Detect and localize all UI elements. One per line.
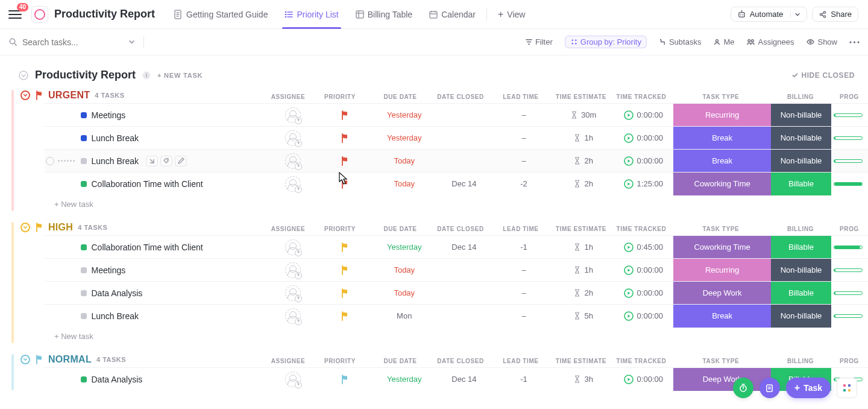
- notepad-button[interactable]: [760, 378, 780, 398]
- time-estimate-cell[interactable]: 2h: [554, 282, 614, 305]
- assignees-button[interactable]: Assignees: [746, 37, 794, 46]
- column-header[interactable]: LEAD TIME: [491, 355, 551, 367]
- time-estimate-cell[interactable]: 3h: [554, 368, 614, 391]
- progress-cell[interactable]: [831, 236, 868, 259]
- assignee-add-button[interactable]: +: [285, 308, 301, 324]
- collapse-all-icon[interactable]: [18, 70, 29, 81]
- priority-cell[interactable]: [315, 104, 374, 127]
- time-estimate-cell[interactable]: 2h: [554, 173, 614, 195]
- date-closed-cell[interactable]: Dec 14: [434, 173, 494, 195]
- due-date-cell[interactable]: Yesterday: [374, 236, 434, 259]
- group-collapse-button[interactable]: [20, 223, 30, 232]
- column-header[interactable]: TASK TYPE: [671, 355, 770, 367]
- status-dot[interactable]: [81, 313, 87, 319]
- progress-cell[interactable]: [831, 173, 868, 195]
- progress-cell[interactable]: [831, 282, 868, 305]
- open-subtask-icon[interactable]: [146, 156, 158, 166]
- lead-time-cell[interactable]: –: [494, 305, 553, 328]
- time-tracked-cell[interactable]: 0:00:00: [614, 282, 673, 305]
- time-estimate-cell[interactable]: 1h: [554, 127, 614, 150]
- task-type-cell[interactable]: Recurring: [673, 259, 772, 282]
- lead-time-cell[interactable]: –: [494, 259, 553, 282]
- task-type-cell[interactable]: Break: [673, 305, 772, 328]
- main-scroll-area[interactable]: Productivity Report i + NEW TASK HIDE CL…: [0, 55, 868, 409]
- billing-cell[interactable]: Billable: [771, 236, 831, 259]
- column-header[interactable]: TIME TRACKED: [611, 91, 671, 103]
- tab-priority-list[interactable]: Priority List: [276, 0, 347, 29]
- date-closed-cell[interactable]: [434, 282, 494, 305]
- time-tracked-cell[interactable]: 0:00:00: [614, 259, 673, 282]
- automate-button[interactable]: Automate: [731, 7, 808, 22]
- share-button[interactable]: Share: [812, 7, 858, 22]
- column-header[interactable]: PROG: [831, 223, 868, 235]
- column-header[interactable]: ASSIGNEE: [266, 355, 310, 367]
- task-row[interactable]: Data Analysis + Today – 2h 0:00:00 Deep …: [45, 281, 868, 304]
- task-name[interactable]: Lunch Break: [92, 133, 139, 143]
- date-closed-cell[interactable]: [434, 104, 494, 127]
- tab-getting-started[interactable]: Getting Started Guide: [166, 0, 276, 29]
- due-date-cell[interactable]: Yesterday: [374, 127, 434, 150]
- menu-button[interactable]: 40: [6, 5, 24, 24]
- hide-closed-button[interactable]: HIDE CLOSED: [791, 71, 855, 80]
- date-closed-cell[interactable]: [434, 150, 494, 173]
- column-header[interactable]: ASSIGNEE: [266, 91, 310, 103]
- column-header[interactable]: BILLING: [770, 91, 831, 103]
- billing-cell[interactable]: Billable: [771, 173, 831, 195]
- priority-cell[interactable]: [315, 282, 374, 305]
- time-estimate-cell[interactable]: 30m: [554, 104, 614, 127]
- lead-time-cell[interactable]: –: [494, 104, 553, 127]
- status-dot[interactable]: [81, 267, 87, 273]
- time-estimate-cell[interactable]: 2h: [554, 150, 614, 173]
- apps-button[interactable]: [837, 378, 857, 398]
- column-header[interactable]: PRIORITY: [310, 91, 370, 103]
- task-name[interactable]: Collaboration Time with Client: [92, 243, 203, 252]
- priority-cell[interactable]: [315, 259, 374, 282]
- lead-time-cell[interactable]: –: [494, 150, 553, 173]
- time-tracked-cell[interactable]: 1:25:00: [614, 173, 673, 195]
- priority-cell[interactable]: [315, 173, 374, 195]
- progress-cell[interactable]: [831, 305, 868, 328]
- time-estimate-cell[interactable]: 5h: [554, 305, 614, 328]
- column-header[interactable]: LEAD TIME: [491, 91, 551, 103]
- column-header[interactable]: PRIORITY: [310, 355, 370, 367]
- task-type-cell[interactable]: Break: [673, 127, 772, 150]
- show-button[interactable]: Show: [806, 37, 837, 46]
- column-header[interactable]: TASK TYPE: [671, 91, 770, 103]
- column-header[interactable]: PRIORITY: [310, 223, 370, 235]
- task-name[interactable]: Meetings: [92, 265, 126, 275]
- select-checkbox[interactable]: [46, 157, 54, 165]
- billing-cell[interactable]: Non-billable: [771, 150, 831, 173]
- column-header[interactable]: TASK TYPE: [671, 223, 770, 235]
- task-name[interactable]: Lunch Break: [92, 156, 187, 166]
- column-header[interactable]: ASSIGNEE: [266, 223, 310, 235]
- billing-cell[interactable]: Non-billable: [771, 104, 831, 127]
- status-dot[interactable]: [81, 135, 87, 141]
- column-header[interactable]: DATE CLOSED: [430, 223, 491, 235]
- task-type-cell[interactable]: Deep Work: [673, 282, 772, 305]
- progress-cell[interactable]: [831, 150, 868, 173]
- due-date-cell[interactable]: Today: [374, 259, 434, 282]
- task-type-cell[interactable]: Break: [673, 150, 772, 173]
- task-row[interactable]: Collaboration Time with Client + Today D…: [45, 172, 868, 195]
- status-dot[interactable]: [81, 376, 87, 382]
- lead-time-cell[interactable]: -2: [494, 173, 553, 195]
- add-view-button[interactable]: + View: [489, 0, 533, 29]
- tab-billing-table[interactable]: Billing Table: [347, 0, 421, 29]
- time-tracked-cell[interactable]: 0:00:00: [614, 104, 673, 127]
- task-type-cell[interactable]: Coworking Time: [673, 236, 772, 259]
- tag-icon[interactable]: [160, 156, 172, 166]
- timer-button[interactable]: [733, 378, 753, 398]
- task-type-cell[interactable]: Coworking Time: [673, 173, 772, 195]
- column-header[interactable]: TIME ESTIMATE: [551, 223, 611, 235]
- task-row[interactable]: Meetings + Today – 1h 0:00:00 Recurring …: [45, 258, 868, 281]
- subtasks-button[interactable]: Subtasks: [659, 37, 701, 46]
- time-tracked-cell[interactable]: 0:45:00: [614, 236, 673, 259]
- list-title[interactable]: Productivity Report: [35, 69, 136, 81]
- task-name[interactable]: Lunch Break: [92, 311, 139, 321]
- status-dot[interactable]: [81, 181, 87, 187]
- progress-cell[interactable]: [831, 127, 868, 150]
- status-dot[interactable]: [81, 244, 87, 250]
- column-header[interactable]: BILLING: [770, 355, 831, 367]
- time-estimate-cell[interactable]: 1h: [554, 236, 614, 259]
- task-row[interactable]: Meetings + Yesterday – 30m 0:00:00 Recur…: [45, 103, 868, 126]
